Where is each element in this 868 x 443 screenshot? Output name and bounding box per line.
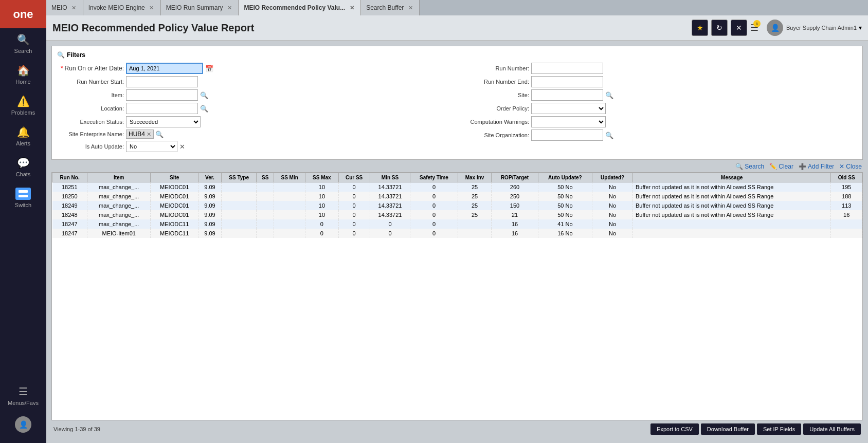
table-row[interactable]: 18251max_change_...MEIODC019.0910014.337… — [52, 182, 862, 192]
location-search-icon[interactable]: 🔍 — [200, 105, 208, 113]
table-cell: 0 — [338, 182, 370, 192]
col-updated: Updated? — [592, 173, 633, 182]
table-cell: 0 — [410, 182, 458, 192]
table-cell: 14.33721 — [370, 192, 410, 201]
run-on-after-date-label: * Run On or After Date: — [57, 65, 124, 72]
table-cell: 21 — [492, 210, 538, 219]
clear-link[interactable]: ✏️ Clear — [769, 163, 793, 170]
tab-close-invoke[interactable]: ✕ — [148, 4, 155, 11]
user-section[interactable]: 👤 Buyer Supply Chain Admin1 ▾ — [767, 20, 862, 36]
table-row[interactable]: 18250max_change_...MEIODC019.0910014.337… — [52, 192, 862, 201]
sidebar-item-home[interactable]: 🏠 Home — [0, 59, 46, 90]
clear-auto-update-icon[interactable]: ✕ — [179, 143, 185, 151]
tab-close-search-buffer[interactable]: ✕ — [407, 4, 414, 11]
execution-status-select[interactable]: Succeeded — [126, 116, 201, 127]
table-cell: MEIODC11 — [151, 229, 198, 238]
tag-remove-hub4[interactable]: ✕ — [147, 131, 151, 138]
col-auto-update: Auto Update? — [538, 173, 592, 182]
table-cell: 0 — [410, 201, 458, 210]
is-auto-update-select[interactable]: No — [126, 141, 177, 152]
run-number-start-input[interactable] — [126, 76, 198, 87]
site-org-search-icon[interactable]: 🔍 — [605, 132, 613, 139]
filters-title: 🔍 Filters — [57, 51, 857, 59]
table-cell: max_change_... — [87, 182, 151, 192]
tab-invoke[interactable]: Invoke MEIO Engine ✕ — [83, 0, 161, 15]
tab-meio[interactable]: MEIO ✕ — [46, 0, 83, 15]
add-filter-link[interactable]: ➕ Add Filter — [799, 163, 834, 170]
tab-search-buffer[interactable]: Search Buffer ✕ — [361, 0, 420, 15]
table-cell: Buffer not updated as it is not within A… — [633, 201, 831, 210]
run-number-end-input[interactable] — [531, 76, 603, 87]
table-cell — [257, 182, 274, 192]
update-all-buffers-button[interactable]: Update All Buffers — [803, 423, 861, 435]
bottom-bar: Viewing 1-39 of 39 Export to CSV Downloa… — [51, 420, 863, 438]
tab-close-meio[interactable]: ✕ — [70, 4, 78, 11]
table-cell: MEIODC01 — [151, 201, 198, 210]
sidebar-item-alerts[interactable]: 🔔 Alerts — [0, 121, 46, 152]
run-number-input[interactable] — [531, 63, 603, 74]
refresh-button[interactable]: ↻ — [711, 20, 728, 36]
sidebar-item-switch[interactable]: Switch — [0, 182, 46, 213]
set-ip-fields-button[interactable]: Set IP Fields — [757, 423, 801, 435]
site-search-icon[interactable]: 🔍 — [605, 91, 613, 99]
sidebar: one 🔍 Search 🏠 Home ⚠️ Problems 🔔 Alerts… — [0, 0, 46, 443]
table-cell: No — [592, 192, 633, 201]
table-row[interactable]: 18248max_change_...MEIODC019.0910014.337… — [52, 210, 862, 219]
close-filter-link[interactable]: ✕ Close — [839, 163, 862, 170]
table-cell: 0 — [410, 219, 458, 229]
col-message: Message — [633, 173, 831, 182]
switch-icon — [15, 188, 31, 200]
table-cell: max_change_... — [87, 192, 151, 201]
star-button[interactable]: ★ — [692, 20, 708, 36]
table-cell — [274, 229, 305, 238]
table-header-row: Run No. Item Site Ver. SS Type SS SS Min… — [52, 173, 862, 182]
col-ver: Ver. — [198, 173, 222, 182]
table-row[interactable]: 18247MEIO-Item01MEIODC119.0900001616 NoN… — [52, 229, 862, 238]
site-input[interactable] — [531, 89, 603, 101]
sidebar-item-problems[interactable]: ⚠️ Problems — [0, 90, 46, 121]
location-input[interactable] — [126, 103, 198, 114]
table-cell — [633, 229, 831, 238]
app-logo[interactable]: one — [0, 0, 46, 28]
export-csv-button[interactable]: Export to CSV — [650, 423, 699, 435]
item-input[interactable] — [126, 89, 198, 101]
tab-policy-report[interactable]: MEIO Recommended Policy Valu... ✕ — [239, 0, 361, 15]
run-number-end-label: Run Number End: — [462, 79, 529, 85]
computation-warnings-select[interactable] — [531, 116, 606, 127]
run-number-label: Run Number: — [462, 65, 529, 71]
table-cell: 195 — [831, 182, 862, 192]
table-cell — [274, 219, 305, 229]
site-organization-label: Site Organization: — [462, 132, 529, 138]
sidebar-item-user-avatar[interactable]: 👤 — [0, 411, 46, 438]
sidebar-item-chats[interactable]: 💬 Chats — [0, 152, 46, 182]
site-enterprise-search-icon[interactable]: 🔍 — [155, 131, 164, 138]
sidebar-item-search[interactable]: 🔍 Search — [0, 28, 46, 59]
item-search-icon[interactable]: 🔍 — [200, 91, 208, 99]
table-cell: 0 — [305, 219, 338, 229]
search-link[interactable]: 🔍 Search — [735, 163, 764, 170]
data-table: Run No. Item Site Ver. SS Type SS SS Min… — [52, 173, 862, 238]
table-cell: No — [592, 182, 633, 192]
table-cell: 25 — [458, 210, 492, 219]
tab-close-policy-report[interactable]: ✕ — [348, 4, 355, 11]
table-row[interactable]: 18247max_change_...MEIODC119.0900001641 … — [52, 219, 862, 229]
run-on-after-date-input[interactable] — [126, 63, 203, 74]
filter-row-computation-warnings: Computation Warnings: — [462, 116, 857, 127]
download-buffer-button[interactable]: Download Buffer — [701, 423, 755, 435]
menu-notifications-button[interactable]: ☰ 1 — [750, 22, 758, 33]
site-organization-input[interactable] — [531, 130, 603, 141]
page-title: MEIO Recommended Policy Value Report — [52, 22, 254, 34]
sidebar-item-menus[interactable]: ☰ Menus/Favs — [0, 380, 46, 411]
data-table-container[interactable]: Run No. Item Site Ver. SS Type SS SS Min… — [51, 172, 863, 420]
table-cell: MEIO-Item01 — [87, 229, 151, 238]
close-report-button[interactable]: ✕ — [731, 20, 747, 36]
tab-run-summary[interactable]: MEIO Run Summary ✕ — [161, 0, 239, 15]
tab-close-run-summary[interactable]: ✕ — [226, 4, 233, 11]
order-policy-select[interactable] — [531, 103, 606, 114]
table-cell — [257, 210, 274, 219]
site-label: Site: — [462, 92, 529, 98]
table-row[interactable]: 18249max_change_...MEIODC019.0910014.337… — [52, 201, 862, 210]
calendar-icon[interactable]: 📅 — [205, 65, 213, 72]
table-cell: 0 — [338, 192, 370, 201]
user-dropdown[interactable]: Buyer Supply Chain Admin1 ▾ — [786, 24, 862, 31]
